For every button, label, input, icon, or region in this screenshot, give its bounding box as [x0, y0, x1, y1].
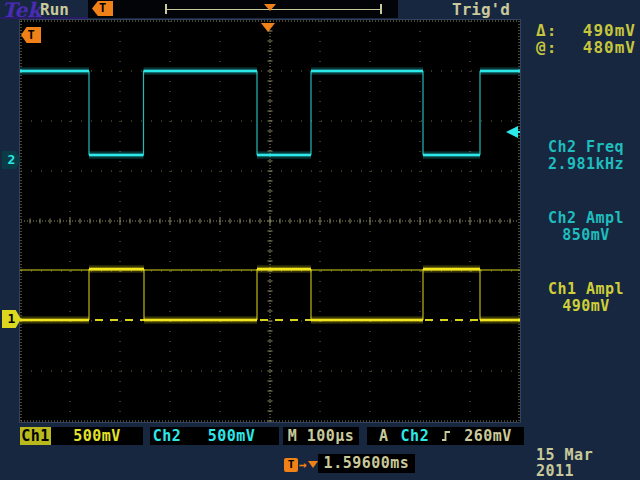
- delay-readout: 1.59600ms: [318, 454, 415, 473]
- waveform-display: [20, 20, 520, 422]
- timebase-readout: M 100µs: [283, 427, 359, 445]
- ch2-label: Ch2: [150, 427, 184, 445]
- measurement-label: Ch2 Freq: [534, 139, 638, 156]
- trigger-source-label: A: [379, 427, 389, 445]
- ch2-scale: 500mV: [184, 427, 279, 445]
- waveform-svg: [20, 20, 520, 422]
- triangle-down-icon: [308, 461, 318, 468]
- trigger-status: Trig'd: [452, 0, 510, 19]
- arrow-right-icon: →: [299, 457, 307, 472]
- trigger-t-icon: T: [284, 458, 298, 472]
- rising-edge-icon: [441, 429, 452, 443]
- measurement-label: Ch2 Ampl: [534, 210, 638, 227]
- measurement-ch2-ampl: Ch2 Ampl 850mV: [534, 210, 638, 244]
- trigger-readout: A Ch2 260mV: [367, 427, 524, 445]
- ch1-ground-marker: 1: [2, 310, 21, 328]
- acquisition-status: Run: [40, 0, 69, 19]
- cursor-delta-row: Δ: 490mV: [536, 22, 636, 39]
- ch1-label: Ch1: [20, 427, 51, 445]
- cursor-delta-value: 490mV: [583, 22, 636, 39]
- expansion-point-icon: [261, 23, 275, 32]
- measurement-ch1-ampl: Ch1 Ampl 490mV: [534, 281, 638, 315]
- cursor-at-row: @: 480mV: [536, 39, 636, 56]
- cursor-at-value: 480mV: [583, 39, 636, 56]
- cursor-readout: Δ: 490mV @: 480mV: [536, 22, 636, 56]
- oscilloscope-screen: Tek Run T Trig'd T 2 1 Δ: 490mV @: 480mV…: [0, 0, 640, 480]
- measurement-value: 850mV: [534, 227, 638, 244]
- measurement-value: 2.981kHz: [534, 156, 638, 173]
- measurement-ch2-freq: Ch2 Freq 2.981kHz: [534, 139, 638, 173]
- cursor-at-label: @:: [536, 39, 557, 56]
- ch2-ground-marker: 2: [2, 151, 21, 169]
- date: 15 Mar 2011: [536, 447, 640, 479]
- ch1-scale: 500mV: [51, 427, 143, 445]
- delay-time-icon: T →: [284, 457, 318, 472]
- trigger-level: 260mV: [464, 427, 512, 445]
- date-time: 15 Mar 2011 16:38:32: [536, 447, 640, 480]
- measurement-label: Ch1 Ampl: [534, 281, 638, 298]
- record-trigger-marker-icon: [264, 4, 276, 11]
- measurement-value: 490mV: [534, 298, 638, 315]
- cursor-delta-label: Δ:: [536, 22, 557, 39]
- trigger-source: Ch2: [401, 427, 430, 445]
